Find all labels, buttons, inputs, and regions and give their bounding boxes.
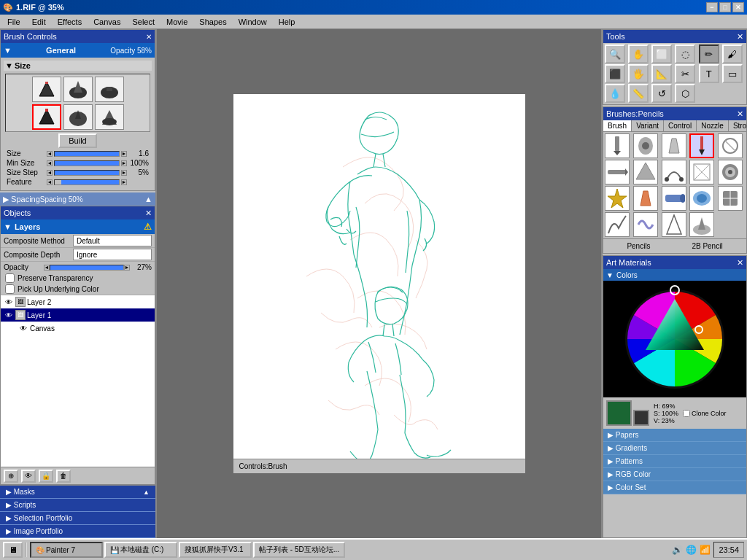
color-wheel-svg[interactable] <box>620 284 729 394</box>
brush-controls-close[interactable]: ✕ <box>146 33 152 41</box>
brush-thumb-3[interactable] <box>95 77 124 102</box>
brush-pencil-5[interactable] <box>718 133 743 158</box>
brush-pencil-1[interactable] <box>605 133 630 158</box>
composite-method-value[interactable]: Default <box>73 235 152 246</box>
brush-pencil-16[interactable] <box>605 212 630 237</box>
brushes-tab-nozzle[interactable]: Nozzle <box>697 120 729 131</box>
start-button[interactable]: 🖥 <box>3 542 23 558</box>
brush-pencil-8[interactable] <box>662 160 686 184</box>
brush-pencil-18[interactable] <box>662 212 686 237</box>
layer-item-layer1[interactable]: 👁 🖼 Layer 1 <box>1 308 155 322</box>
color-set-item[interactable]: ▶ Color Set <box>603 481 746 494</box>
brush-thumb-6[interactable] <box>95 104 124 130</box>
scripts-item[interactable]: ▶ Scripts <box>0 499 155 512</box>
min-size-right[interactable]: ► <box>121 160 127 166</box>
tool-transform[interactable]: ⬡ <box>675 84 695 103</box>
brush-thumb-5[interactable] <box>63 104 93 130</box>
tool-text[interactable]: T <box>699 64 719 83</box>
size-slider-track[interactable] <box>54 151 120 157</box>
layer-item-layer2[interactable]: 👁 🖼 Layer 2 <box>1 295 155 308</box>
menu-select[interactable]: Select <box>126 16 160 28</box>
layer-tb-delete[interactable]: 🗑 <box>56 470 71 483</box>
build-button[interactable]: Build <box>58 133 96 148</box>
background-swatch[interactable] <box>633 410 649 426</box>
image-portfolio-item[interactable]: ▶ Image Portfolio <box>0 525 155 538</box>
brushes-close[interactable]: ✕ <box>737 109 743 119</box>
art-close[interactable]: ✕ <box>737 258 743 268</box>
tools-close[interactable]: ✕ <box>737 32 743 42</box>
opacity-slider[interactable] <box>50 265 124 271</box>
tool-eraser[interactable]: ⬛ <box>605 64 625 83</box>
size-step-track[interactable] <box>54 170 120 176</box>
menu-window[interactable]: Window <box>233 16 273 28</box>
brush-thumb-1[interactable] <box>32 77 61 102</box>
brush-pencil-14[interactable] <box>689 186 714 211</box>
tool-pen[interactable]: 📐 <box>651 64 672 83</box>
rgb-color-item[interactable]: ▶ RGB Color <box>603 468 746 481</box>
size-slider-right[interactable]: ► <box>121 151 127 157</box>
menu-canvas[interactable]: Canvas <box>88 16 126 28</box>
layer2-eye[interactable]: 👁 <box>4 297 14 307</box>
layer-tb-eye[interactable]: 👁 <box>21 470 36 483</box>
tool-magnify[interactable]: 🔍 <box>605 44 625 63</box>
opacity-right[interactable]: ► <box>124 265 130 271</box>
menu-shapes[interactable]: Shapes <box>193 16 232 28</box>
spacing-header[interactable]: ▶ Spacing Spacing 50% ▲ <box>0 192 155 206</box>
brush-pencil-13[interactable] <box>662 186 686 211</box>
brush-pencil-12[interactable] <box>633 186 658 211</box>
brush-pencil-9[interactable] <box>689 160 714 184</box>
pick-underlying-checkbox[interactable] <box>5 284 15 294</box>
size-step-right[interactable]: ► <box>121 170 127 176</box>
brush-pencil-15[interactable] <box>718 186 743 211</box>
feature-right[interactable]: ► <box>121 179 127 185</box>
papers-item[interactable]: ▶ Papers <box>603 429 746 442</box>
layer-tb-add[interactable]: ⊕ <box>4 470 18 483</box>
tool-crop[interactable]: 📏 <box>628 84 649 103</box>
min-size-left[interactable]: ◄ <box>47 160 53 166</box>
feature-left[interactable]: ◄ <box>47 179 53 185</box>
spacing-scroll[interactable]: ▲ <box>144 195 152 203</box>
layers-header[interactable]: ▼ Layers ⚠ <box>1 219 155 234</box>
tool-scissors[interactable]: ✂ <box>675 64 695 83</box>
tool-dropper[interactable]: 💧 <box>605 84 625 103</box>
drawing-canvas[interactable] <box>233 94 525 473</box>
layer-item-canvas[interactable]: 👁 Canvas <box>1 322 155 335</box>
brush-general-row[interactable]: ▼ General Opacity 58% <box>1 43 155 58</box>
maximize-button[interactable]: □ <box>719 2 731 12</box>
canvas-eye[interactable]: 👁 <box>18 323 28 333</box>
menu-movie[interactable]: Movie <box>160 16 193 28</box>
menu-edit[interactable]: Edit <box>26 16 52 28</box>
size-header[interactable]: ▼ Size <box>4 61 152 71</box>
objects-close[interactable]: ✕ <box>145 209 152 218</box>
close-button[interactable]: ✕ <box>732 2 744 12</box>
taskbar-capture[interactable]: 搜狐抓屏快手V3.1 <box>179 542 252 558</box>
tool-shape[interactable]: ▭ <box>722 64 743 83</box>
brush-pencil-3[interactable] <box>662 133 686 158</box>
layer-tb-lock[interactable]: 🔒 <box>39 470 53 483</box>
tool-fill[interactable]: 🖌 <box>722 44 743 63</box>
menu-file[interactable]: File <box>1 16 26 28</box>
brush-pencil-19[interactable] <box>689 212 714 237</box>
brush-pencil-10[interactable] <box>718 160 743 184</box>
brushes-tab-variant[interactable]: Variant <box>632 120 664 131</box>
brush-pencil-11[interactable] <box>605 186 630 211</box>
size-step-left[interactable]: ◄ <box>47 170 53 176</box>
feature-track[interactable] <box>54 179 120 185</box>
taskbar-painter[interactable]: 🎨 Painter 7 <box>30 542 103 558</box>
patterns-item[interactable]: ▶ Patterns <box>603 455 746 468</box>
tool-lasso[interactable]: ◌ <box>675 44 695 63</box>
min-size-track[interactable] <box>54 160 120 166</box>
brushes-tab-stroke[interactable]: Stroke <box>729 120 747 131</box>
brush-thumb-4[interactable] <box>32 104 61 130</box>
minimize-button[interactable]: − <box>706 2 718 12</box>
tool-hand[interactable]: ✋ <box>628 44 649 63</box>
brush-pencil-4[interactable] <box>689 133 714 158</box>
tool-rotate[interactable]: ↺ <box>651 84 672 103</box>
clone-color-checkbox[interactable] <box>683 410 690 417</box>
tool-brush[interactable]: ✏ <box>699 44 719 63</box>
selection-portfolio-item[interactable]: ▶ Selection Portfolio <box>0 512 155 525</box>
brush-pencil-17[interactable] <box>633 212 658 237</box>
gradients-item[interactable]: ▶ Gradients <box>603 442 746 455</box>
brush-thumb-2[interactable] <box>63 77 93 102</box>
tool-clone[interactable]: 🖐 <box>628 64 649 83</box>
